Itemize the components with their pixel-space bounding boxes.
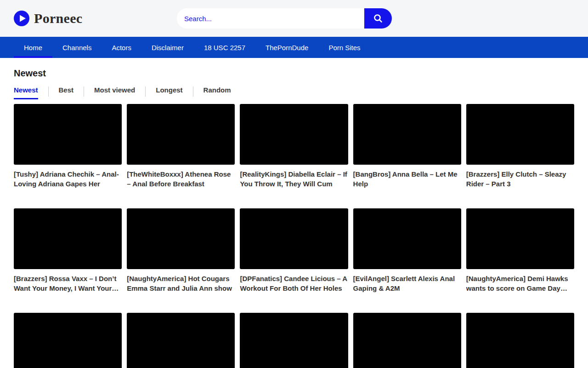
video-title[interactable]: [EvilAngel] Scarlett Alexis Anal Gaping … [353, 274, 461, 293]
nav-item-actors[interactable]: Actors [102, 37, 141, 58]
video-title[interactable]: [RealityKings] Diabella Eclair – If You … [240, 169, 348, 189]
video-thumbnail[interactable] [240, 104, 348, 165]
tab-label: Most viewed [94, 86, 135, 94]
tab-label: Random [204, 86, 231, 94]
sort-tabs: Newest Best Most viewed Longest Random [14, 83, 574, 99]
video-title[interactable]: [DPFanatics] Candee Licious – A Workout … [240, 274, 348, 293]
tab-label: Newest [14, 86, 38, 94]
video-card: [DPFanatics] Candee Licious – A Workout … [240, 208, 348, 313]
tab-divider [193, 86, 193, 97]
video-card [240, 313, 348, 368]
video-thumbnail[interactable] [127, 104, 235, 165]
video-title[interactable]: [Brazzers] Rossa Vaxx – I Don’t Want You… [14, 274, 122, 293]
video-thumbnail[interactable] [127, 313, 235, 368]
site-header: Porneec [0, 0, 588, 37]
nav-item-label: Home [24, 44, 42, 52]
tab-random[interactable]: Random [204, 83, 231, 99]
video-grid: [Tushy] Adriana Chechik – Anal-Loving Ad… [14, 104, 574, 368]
nav-item-home[interactable]: Home [14, 37, 52, 58]
play-icon [14, 11, 29, 26]
video-thumbnail[interactable] [353, 104, 461, 165]
video-title[interactable]: [BangBros] Anna Bella – Let Me Help [353, 169, 461, 189]
nav-item-label: ThePornDude [266, 44, 308, 52]
site-logo[interactable]: Porneec [14, 11, 82, 26]
video-thumbnail[interactable] [466, 313, 574, 368]
video-card: [EvilAngel] Scarlett Alexis Anal Gaping … [353, 208, 461, 313]
video-thumbnail[interactable] [14, 208, 122, 269]
search-button[interactable] [364, 8, 392, 29]
video-thumbnail[interactable] [353, 208, 461, 269]
nav-item-label: Actors [112, 44, 131, 52]
search-form [177, 8, 392, 29]
site-title: Porneec [34, 11, 82, 26]
tab-newest[interactable]: Newest [14, 83, 38, 99]
video-card [353, 313, 461, 368]
video-card: [RealityKings] Diabella Eclair – If You … [240, 104, 348, 208]
nav-item-porn-sites[interactable]: Porn Sites [318, 37, 370, 58]
video-thumbnail[interactable] [466, 208, 574, 269]
tab-label: Best [59, 86, 74, 94]
tab-label: Longest [156, 86, 182, 94]
tab-divider [84, 86, 84, 97]
video-card: [NaughtyAmerica] Hot Cougars Emma Starr … [127, 208, 235, 313]
nav-item-channels[interactable]: Channels [52, 37, 102, 58]
main-content: Newest Newest Best Most viewed Longest R… [0, 68, 588, 368]
video-thumbnail[interactable] [466, 104, 574, 165]
nav-item-label: 18 USC 2257 [204, 44, 245, 52]
tab-divider [145, 86, 146, 97]
nav-item-label: Disclaimer [152, 44, 184, 52]
video-thumbnail[interactable] [14, 313, 122, 368]
tab-most-viewed[interactable]: Most viewed [94, 83, 135, 99]
video-card: [BangBros] Anna Bella – Let Me Help [353, 104, 461, 208]
video-title[interactable]: [NaughtyAmerica] Hot Cougars Emma Starr … [127, 274, 235, 293]
video-title[interactable]: [TheWhiteBoxxx] Athenea Rose – Anal Befo… [127, 169, 235, 189]
video-card [127, 313, 235, 368]
video-card: [Tushy] Adriana Chechik – Anal-Loving Ad… [14, 104, 122, 208]
nav-item-label: Channels [62, 44, 91, 52]
nav-item-18-usc-2257[interactable]: 18 USC 2257 [194, 37, 255, 58]
main-nav: Home Channels Actors Disclaimer 18 USC 2… [0, 37, 588, 58]
video-thumbnail[interactable] [127, 208, 235, 269]
nav-item-disclaimer[interactable]: Disclaimer [141, 37, 194, 58]
tab-best[interactable]: Best [59, 83, 74, 99]
search-icon [373, 13, 383, 23]
video-card: [NaughtyAmerica] Demi Hawks wants to sco… [466, 208, 574, 313]
page-title: Newest [14, 68, 574, 79]
tab-divider [48, 86, 49, 97]
video-title[interactable]: [NaughtyAmerica] Demi Hawks wants to sco… [466, 274, 574, 293]
video-thumbnail[interactable] [14, 104, 122, 165]
video-thumbnail[interactable] [240, 208, 348, 269]
video-title[interactable]: [Brazzers] Elly Clutch – Sleazy Rider – … [466, 169, 574, 189]
video-card: [TheWhiteBoxxx] Athenea Rose – Anal Befo… [127, 104, 235, 208]
video-thumbnail[interactable] [240, 313, 348, 368]
video-thumbnail[interactable] [353, 313, 461, 368]
video-title[interactable]: [Tushy] Adriana Chechik – Anal-Loving Ad… [14, 169, 122, 189]
search-input[interactable] [177, 8, 364, 29]
video-card [466, 313, 574, 368]
video-card [14, 313, 122, 368]
video-card: [Brazzers] Rossa Vaxx – I Don’t Want You… [14, 208, 122, 313]
video-card: [Brazzers] Elly Clutch – Sleazy Rider – … [466, 104, 574, 208]
nav-item-theporndude[interactable]: ThePornDude [255, 37, 318, 58]
tab-longest[interactable]: Longest [156, 83, 182, 99]
nav-item-label: Porn Sites [328, 44, 360, 52]
